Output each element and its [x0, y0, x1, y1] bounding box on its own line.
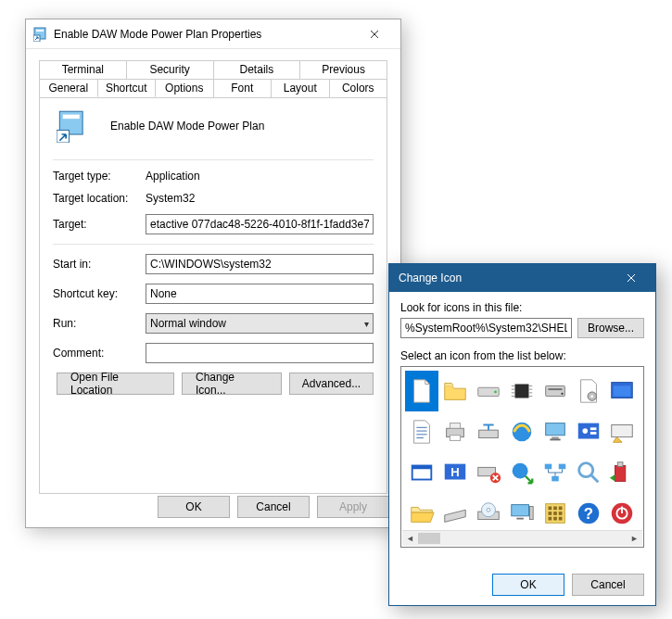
target-input[interactable] [146, 214, 374, 234]
svg-rect-69 [553, 517, 557, 521]
tab-panel-shortcut: Enable DAW Mode Power Plan Target type: … [39, 97, 387, 494]
svg-rect-49 [559, 464, 566, 470]
label-start-in: Start in: [53, 258, 146, 271]
svg-rect-42 [413, 469, 431, 478]
icon-path-input[interactable] [400, 318, 572, 338]
icon-network-drive[interactable] [472, 411, 505, 452]
tab-colors[interactable]: Colors [329, 79, 388, 97]
change-icon-button[interactable]: Change Icon... [182, 373, 282, 395]
scroll-track[interactable] [418, 531, 627, 546]
shortcut-large-icon [57, 109, 90, 143]
tab-layout[interactable]: Layout [271, 79, 330, 97]
tab-shortcut[interactable]: Shortcut [97, 79, 157, 97]
tab-options[interactable]: Options [155, 79, 214, 97]
icon-window-blue[interactable] [605, 371, 639, 411]
icon-printer[interactable] [438, 411, 472, 452]
browse-button[interactable]: Browse... [577, 318, 644, 338]
svg-rect-54 [617, 462, 623, 467]
icon-drive-delete[interactable] [472, 452, 505, 493]
svg-rect-50 [552, 476, 559, 482]
icon-blank-document[interactable] [405, 371, 438, 411]
icon-monitor[interactable] [539, 411, 572, 452]
label-target-type: Target type: [53, 170, 146, 183]
icon-usb-drive[interactable] [605, 452, 639, 493]
icon-internet-explorer[interactable] [505, 411, 539, 452]
run-select[interactable]: Normal window ▾ [146, 313, 374, 334]
icon-search[interactable] [572, 452, 605, 493]
tab-security[interactable]: Security [126, 60, 214, 79]
apply-button[interactable]: Apply [317, 496, 389, 518]
open-file-location-button[interactable]: Open File Location [57, 373, 174, 395]
ok-button[interactable]: OK [158, 496, 230, 518]
cancel-button[interactable]: Cancel [237, 496, 310, 518]
svg-rect-40 [612, 425, 633, 437]
tab-details[interactable]: Details [213, 60, 301, 79]
svg-rect-18 [549, 388, 563, 390]
scroll-right-icon[interactable]: ► [627, 531, 642, 546]
close-icon [370, 30, 379, 39]
svg-rect-34 [552, 437, 559, 439]
icon-cd-drive[interactable] [472, 493, 505, 534]
label-comment: Comment: [53, 347, 146, 360]
start-in-input[interactable] [146, 254, 374, 274]
change-icon-cancel-button[interactable]: Cancel [572, 574, 644, 596]
svg-rect-65 [549, 512, 552, 515]
icon-network[interactable] [539, 452, 572, 493]
change-icon-ok-button[interactable]: OK [492, 574, 564, 596]
tab-strip: Terminal Security Details Previous Versi… [39, 60, 387, 97]
icon-document-gear[interactable] [572, 371, 605, 411]
svg-point-57 [487, 508, 490, 512]
value-target-type: Application [146, 170, 374, 183]
icon-shutdown[interactable] [605, 493, 639, 534]
properties-close-button[interactable] [354, 21, 395, 47]
svg-rect-39 [590, 432, 597, 435]
advanced-button[interactable]: Advanced... [289, 373, 374, 395]
icon-globe-arrow[interactable] [505, 452, 539, 493]
svg-rect-62 [549, 507, 552, 511]
label-run: Run: [53, 317, 146, 330]
shortcut-key-input[interactable] [146, 284, 374, 304]
label-shortcut-key: Shortcut key: [53, 287, 146, 300]
svg-point-51 [579, 463, 593, 477]
svg-rect-63 [553, 507, 557, 511]
icon-app-window[interactable] [405, 452, 438, 493]
change-icon-titlebar[interactable]: Change Icon [389, 264, 655, 292]
svg-rect-60 [529, 507, 533, 520]
icon-folder[interactable] [438, 371, 472, 411]
icon-listbox[interactable]: H ? ◄ ► [400, 366, 644, 548]
svg-rect-4 [63, 115, 80, 120]
properties-titlebar[interactable]: Enable DAW Mode Power Plan Properties [26, 19, 400, 49]
svg-rect-38 [590, 427, 597, 430]
change-icon-footer: OK Cancel [492, 574, 644, 596]
change-icon-close-button[interactable] [611, 265, 652, 291]
icon-control-panel[interactable] [572, 411, 605, 452]
icon-folder-open[interactable] [405, 493, 438, 534]
divider [53, 159, 374, 160]
svg-rect-66 [553, 512, 557, 515]
icon-help[interactable]: ? [572, 493, 605, 534]
properties-title: Enable DAW Mode Power Plan Properties [54, 28, 354, 41]
scroll-thumb[interactable] [418, 533, 440, 544]
icon-scanner[interactable] [438, 493, 472, 534]
svg-text:?: ? [584, 505, 593, 523]
scroll-left-icon[interactable]: ◄ [402, 531, 418, 546]
svg-point-7 [494, 391, 497, 394]
icon-chip[interactable] [505, 371, 539, 411]
icon-run-dialog[interactable] [605, 411, 639, 452]
icon-hibernate[interactable]: H [438, 452, 472, 493]
tab-font[interactable]: Font [213, 79, 273, 97]
icon-list-scrollbar[interactable]: ◄ ► [402, 530, 642, 546]
icon-text-document[interactable] [405, 411, 438, 452]
tab-general[interactable]: General [39, 79, 98, 97]
tab-terminal[interactable]: Terminal [39, 60, 127, 79]
svg-text:H: H [450, 465, 459, 479]
icon-computer[interactable] [505, 493, 539, 534]
icon-drive[interactable] [472, 371, 505, 411]
comment-input[interactable] [146, 343, 374, 363]
svg-rect-33 [546, 423, 565, 436]
tab-previous-versions[interactable]: Previous Versions [299, 60, 387, 79]
icon-keypad[interactable] [539, 493, 572, 534]
shortcut-sys-icon [33, 27, 48, 42]
properties-footer: OK Cancel Apply [158, 496, 389, 518]
icon-disk-drive[interactable] [539, 371, 572, 411]
